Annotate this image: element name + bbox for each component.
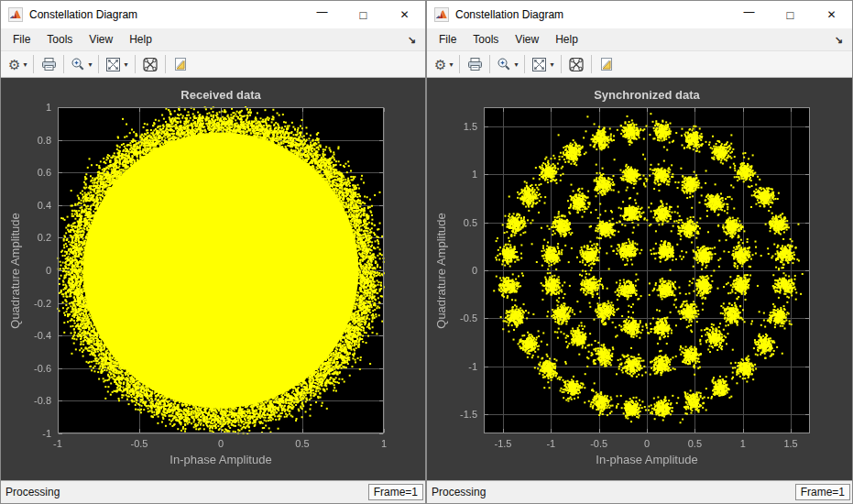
constellation-settings-button[interactable] xyxy=(139,53,161,75)
minimize-button[interactable]: — xyxy=(728,1,770,28)
toolbar-separator xyxy=(561,55,562,73)
toolbar-separator xyxy=(33,55,34,73)
settings-dropdown-icon: ▾ xyxy=(23,60,27,69)
menu-help[interactable]: Help xyxy=(121,30,160,49)
fit-to-view-icon xyxy=(105,57,121,72)
toolbar-separator xyxy=(165,55,166,73)
frame-counter: Frame=1 xyxy=(368,484,423,500)
close-button[interactable]: ✕ xyxy=(384,1,425,28)
menu-view[interactable]: View xyxy=(81,30,121,49)
toolbar-separator xyxy=(524,55,525,73)
menu-bar: File Tools View Help ↘ xyxy=(1,28,425,50)
zoom-in-icon xyxy=(497,57,511,71)
menu-file[interactable]: File xyxy=(431,30,465,49)
print-button[interactable] xyxy=(464,53,486,75)
status-text: Processing xyxy=(5,486,60,499)
toolbar: ⚙ ▾ ▾ xyxy=(1,50,425,78)
settings-dropdown-icon: ▾ xyxy=(449,60,453,69)
toolbar-separator xyxy=(98,55,99,73)
gear-icon: ⚙ xyxy=(434,58,446,71)
minimize-button[interactable]: — xyxy=(301,1,343,28)
playback-icon xyxy=(599,57,614,71)
constellation-window-received: Constellation Diagram — □ ✕ File Tools V… xyxy=(0,0,426,504)
constellation-icon xyxy=(142,57,159,72)
figure-area-received: Received data In-phase Amplitude Quadrat… xyxy=(1,78,425,480)
window-title: Constellation Diagram xyxy=(29,8,301,21)
fit-to-view-icon xyxy=(531,57,547,72)
maximize-button[interactable]: □ xyxy=(770,1,811,28)
status-bar: Processing Frame=1 xyxy=(427,480,852,503)
fit-to-view-button[interactable]: ▾ xyxy=(103,53,130,75)
status-bar: Processing Frame=1 xyxy=(1,480,425,503)
menu-tools[interactable]: Tools xyxy=(465,30,507,49)
playback-button[interactable] xyxy=(596,53,618,75)
figure-area-synchronized: Synchronized data In-phase Amplitude Qua… xyxy=(427,78,852,480)
zoom-in-button[interactable]: ▾ xyxy=(68,53,94,75)
toolbar: ⚙ ▾ ▾ xyxy=(427,50,852,78)
matlab-icon xyxy=(434,7,449,22)
frame-counter: Frame=1 xyxy=(795,484,850,500)
gear-icon: ⚙ xyxy=(8,58,20,71)
menu-bar: File Tools View Help ↘ xyxy=(427,28,852,50)
zoom-dropdown-icon: ▾ xyxy=(514,60,518,69)
synchronized-data-plot xyxy=(427,78,852,480)
dock-arrow-icon[interactable]: ↘ xyxy=(408,34,416,46)
settings-button[interactable]: ⚙ ▾ xyxy=(432,53,455,75)
received-data-plot xyxy=(1,78,425,480)
toolbar-separator xyxy=(459,55,460,73)
menu-view[interactable]: View xyxy=(507,30,547,49)
print-button[interactable] xyxy=(38,53,60,75)
fit-dropdown-icon: ▾ xyxy=(124,60,127,69)
menu-help[interactable]: Help xyxy=(547,30,586,49)
zoom-in-icon xyxy=(71,57,85,71)
maximize-button[interactable]: □ xyxy=(343,1,384,28)
dock-arrow-icon[interactable]: ↘ xyxy=(835,34,843,46)
playback-icon xyxy=(173,57,188,71)
printer-icon xyxy=(467,57,483,71)
matlab-icon xyxy=(8,7,23,22)
title-bar[interactable]: Constellation Diagram — □ ✕ xyxy=(427,1,852,28)
toolbar-separator xyxy=(63,55,64,73)
zoom-dropdown-icon: ▾ xyxy=(88,60,92,69)
fit-to-view-button[interactable]: ▾ xyxy=(529,53,556,75)
title-bar[interactable]: Constellation Diagram — □ ✕ xyxy=(1,1,425,28)
toolbar-separator xyxy=(591,55,592,73)
menu-file[interactable]: File xyxy=(5,30,38,49)
constellation-window-synchronized: Constellation Diagram — □ ✕ File Tools V… xyxy=(426,0,853,504)
status-text: Processing xyxy=(432,486,486,499)
fit-dropdown-icon: ▾ xyxy=(550,60,553,69)
playback-button[interactable] xyxy=(170,53,191,75)
constellation-settings-button[interactable] xyxy=(565,53,587,75)
zoom-in-button[interactable]: ▾ xyxy=(494,53,520,75)
close-button[interactable]: ✕ xyxy=(811,1,852,28)
window-title: Constellation Diagram xyxy=(455,8,728,21)
settings-button[interactable]: ⚙ ▾ xyxy=(5,53,29,75)
printer-icon xyxy=(41,57,57,71)
constellation-icon xyxy=(568,57,585,72)
toolbar-separator xyxy=(135,55,136,73)
menu-tools[interactable]: Tools xyxy=(38,30,81,49)
toolbar-separator xyxy=(489,55,490,73)
